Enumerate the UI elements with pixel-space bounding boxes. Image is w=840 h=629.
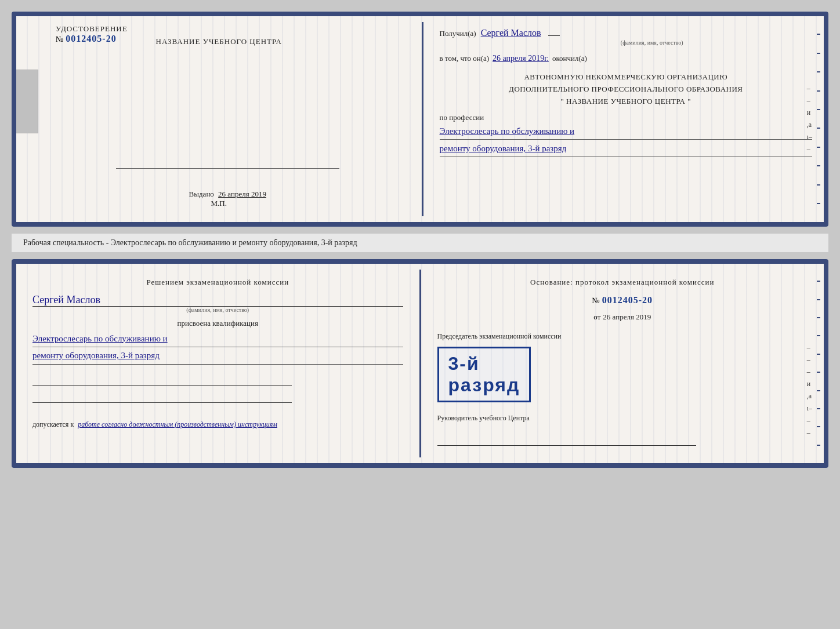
cert2-dopusk-label: допускается к xyxy=(32,420,74,428)
cert1-date: 26 апреля 2019г. xyxy=(493,54,549,63)
cert2-osnovanie-title: Основание: протокол экзаменационной коми… xyxy=(437,278,808,287)
cert2-left-panel: Решением экзаменационной комиссии Сергей… xyxy=(16,264,419,463)
cert1-mp: М.П. xyxy=(211,199,227,208)
cert2-dopusk-block: допускается к работе согласно должностны… xyxy=(32,420,403,429)
cert2-prisvoena-label: присвоена квалификация xyxy=(32,319,403,328)
cert2-protocol-number: 0012405-20 xyxy=(602,295,653,306)
cert1-poluchil-row: Получил(а) Сергей Маслов xyxy=(440,28,813,38)
cert1-profession-line2: ремонту оборудования, 3-й разряд xyxy=(440,141,813,157)
cert1-vydano-date: 26 апреля 2019 xyxy=(218,190,266,198)
cert2-fio-note: (фамилия, имя, отчество) xyxy=(32,307,403,313)
cert1-fio: Сергей Маслов xyxy=(481,28,541,38)
cert2-kvali-line2: ремонту оборудования, 3-й разряд xyxy=(32,347,403,365)
cert1-school-name: НАЗВАНИЕ УЧЕБНОГО ЦЕНТРА xyxy=(156,36,282,48)
page-container: НАЗВАНИЕ УЧЕБНОГО ЦЕНТРА УДОСТОВЕРЕНИЕ №… xyxy=(12,12,828,468)
cert2-right-panel: Основание: протокол экзаменационной коми… xyxy=(421,264,824,463)
cert2-number-prefix: № xyxy=(592,296,599,306)
cert2-rukovoditel-sign-line xyxy=(437,434,697,446)
middle-text-content: Рабочая специальность - Электрослесарь п… xyxy=(23,238,357,247)
cert1-org-line2: ДОПОЛНИТЕЛЬНОГО ПРОФЕССИОНАЛЬНОГО ОБРАЗО… xyxy=(440,83,813,96)
cert1-margin-letters: ––и,аı–– xyxy=(807,84,812,154)
cert1-right-decoration xyxy=(813,16,824,222)
cert2-sign-lines xyxy=(32,374,403,403)
cert1-fio-note: (фамилия, имя, отчество) xyxy=(492,39,813,46)
cert1-dash xyxy=(548,35,560,36)
cert1-right-panel: Получил(а) Сергей Маслов (фамилия, имя, … xyxy=(423,16,824,222)
cert2-margin-letters: –––и,аı––– xyxy=(807,343,812,437)
cert1-vydano-block: Выдано 26 апреля 2019 xyxy=(189,190,266,199)
cert2-stamp: 3-й разряд xyxy=(437,347,531,402)
cert1-vydano-label: Выдано xyxy=(189,190,214,198)
cert1-vtom-row: в том, что он(а) 26 апреля 2019г. окончи… xyxy=(440,54,813,63)
cert1-profession-line1: Электрослесарь по обслуживанию и xyxy=(440,123,813,140)
cert2-kvali-line1: Электрослесарь по обслуживанию и xyxy=(32,330,403,348)
cert1-org-block: АВТОНОМНУЮ НЕКОММЕРЧЕСКУЮ ОРГАНИЗАЦИЮ ДО… xyxy=(440,71,813,107)
cert2-predsedatel-label: Председатель экзаменационной комиссии xyxy=(437,332,808,341)
cert2-fio: Сергей Маслов xyxy=(32,294,403,307)
cert1-poprofessii-label: по профессии xyxy=(440,113,813,122)
cert1-photo xyxy=(12,70,38,133)
cert2-ot-prefix: от xyxy=(593,312,600,332)
cert2-sign-line-2 xyxy=(32,391,292,403)
cert2-rukovoditel-label: Руководитель учебного Центра xyxy=(437,414,808,423)
certificate-1: НАЗВАНИЕ УЧЕБНОГО ЦЕНТРА УДОСТОВЕРЕНИЕ №… xyxy=(12,12,828,227)
cert1-left-panel: НАЗВАНИЕ УЧЕБНОГО ЦЕНТРА УДОСТОВЕРЕНИЕ №… xyxy=(16,16,422,222)
cert1-number: 0012405-20 xyxy=(66,34,116,44)
certificate-2: Решением экзаменационной комиссии Сергей… xyxy=(12,259,828,468)
cert2-stamp-line1: 3-й xyxy=(448,353,520,375)
cert1-udost-label: УДОСТОВЕРЕНИЕ xyxy=(56,24,128,34)
cert2-resheniem-title: Решением экзаменационной комиссии xyxy=(32,278,403,287)
cert2-stamp-line2: разряд xyxy=(448,375,520,396)
cert1-number-prefix: № xyxy=(56,35,63,44)
cert1-vtom-label: в том, что он(а) xyxy=(440,54,490,63)
middle-specialty-text: Рабочая специальность - Электрослесарь п… xyxy=(12,234,828,252)
cert1-poluchil-label: Получил(а) xyxy=(440,29,476,38)
cert1-okonchil-label: окончил(а) xyxy=(552,54,587,63)
cert1-udost-block: УДОСТОВЕРЕНИЕ № 0012405-20 xyxy=(56,24,128,133)
cert2-sign-line-1 xyxy=(32,374,292,386)
cert1-org-name: " НАЗВАНИЕ УЧЕБНОГО ЦЕНТРА " xyxy=(440,96,813,108)
cert2-dopusk-text: работе согласно должностным (производств… xyxy=(78,420,277,428)
cert1-org-line1: АВТОНОМНУЮ НЕКОММЕРЧЕСКУЮ ОРГАНИЗАЦИЮ xyxy=(440,71,813,83)
cert2-ot-date: 26 апреля 2019 xyxy=(603,312,651,322)
cert2-right-decoration xyxy=(813,264,824,463)
